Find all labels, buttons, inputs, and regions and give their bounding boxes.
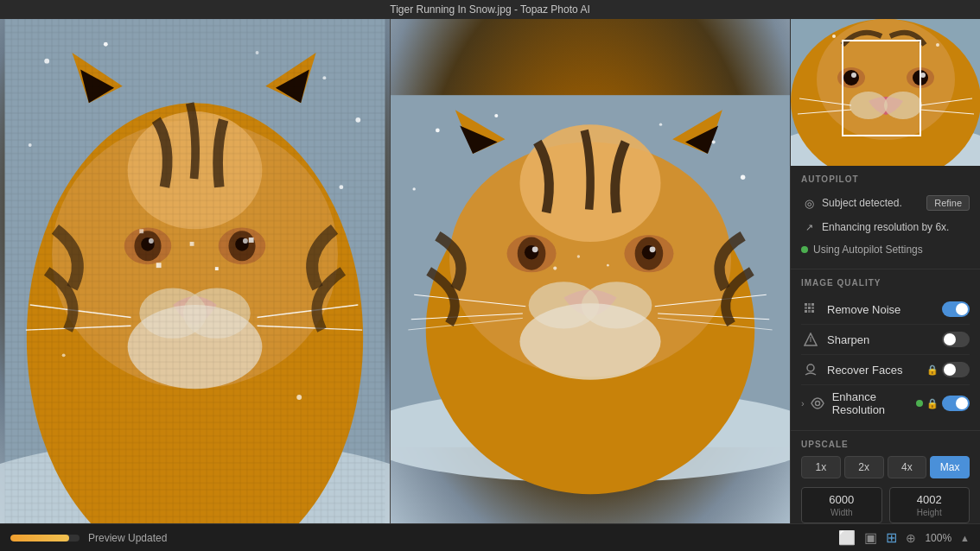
svg-point-27 bbox=[44, 59, 49, 64]
window-title: Tiger Running In Snow.jpg - Topaz Photo … bbox=[390, 3, 589, 16]
upscale-2x-button[interactable]: 2x bbox=[844, 456, 884, 478]
thumbnail-area bbox=[791, 19, 980, 166]
refine-button[interactable]: Refine bbox=[926, 195, 970, 211]
upscale-buttons-group: 1x 2x 4x Max bbox=[801, 456, 970, 478]
before-tiger-svg bbox=[0, 19, 390, 523]
autopilot-settings-text: Using Autopilot Settings bbox=[813, 244, 923, 256]
svg-rect-93 bbox=[808, 310, 811, 313]
svg-point-30 bbox=[256, 51, 259, 54]
title-bar: Tiger Running In Snow.jpg - Topaz Photo … bbox=[0, 0, 980, 19]
svg-point-62 bbox=[741, 175, 745, 180]
width-box: 6000 Width bbox=[801, 487, 882, 523]
thumbnail-svg bbox=[791, 19, 980, 166]
thumbnail-image bbox=[791, 19, 980, 166]
svg-point-97 bbox=[807, 364, 814, 371]
enhance-res-label: Enhance Resolution bbox=[832, 390, 916, 416]
remove-noise-toggle[interactable] bbox=[942, 301, 970, 317]
after-panel bbox=[391, 19, 790, 523]
enhance-res-icon bbox=[808, 394, 827, 413]
height-value: 4002 bbox=[897, 493, 963, 506]
before-panel bbox=[0, 19, 391, 523]
upscale-title: UPSCALE bbox=[801, 440, 970, 449]
upscale-1x-button[interactable]: 1x bbox=[801, 456, 841, 478]
recover-faces-label: Recover Faces bbox=[827, 364, 926, 377]
sharpen-slider bbox=[942, 332, 970, 347]
svg-point-66 bbox=[607, 264, 609, 267]
svg-rect-86 bbox=[805, 303, 807, 306]
image-quality-section: IMAGE QUALITY Remove Noise Sharpen bbox=[791, 269, 980, 431]
sidebar: AUTOPILOT ◎ Subject detected. Refine ↗ E… bbox=[790, 19, 980, 523]
after-tiger-svg bbox=[391, 19, 790, 523]
enhance-res-slider bbox=[942, 396, 970, 411]
recover-faces-toggle[interactable] bbox=[942, 362, 970, 377]
zoom-level: 100% bbox=[925, 532, 951, 544]
chevron-icon: › bbox=[801, 398, 805, 408]
enhance-resolution-row: › Enhance Resolution 🔒 bbox=[801, 385, 970, 421]
after-image bbox=[391, 19, 790, 523]
svg-point-31 bbox=[355, 117, 360, 123]
recover-faces-slider bbox=[942, 362, 970, 377]
progress-bar-container bbox=[10, 535, 80, 542]
svg-point-83 bbox=[832, 35, 836, 38]
enhance-res-lock-icon: 🔒 bbox=[926, 398, 939, 409]
svg-point-47 bbox=[532, 246, 538, 252]
autopilot-title: AUTOPILOT bbox=[801, 174, 970, 184]
autopilot-section: AUTOPILOT ◎ Subject detected. Refine ↗ E… bbox=[791, 166, 980, 269]
height-label: Height bbox=[897, 508, 963, 517]
enhance-res-dot bbox=[916, 400, 923, 407]
zoom-arrow-icon[interactable]: ▲ bbox=[960, 533, 970, 543]
enhance-icon: ↗ bbox=[801, 219, 817, 235]
svg-point-33 bbox=[339, 185, 343, 189]
remove-noise-slider bbox=[942, 301, 970, 317]
svg-point-75 bbox=[851, 73, 856, 78]
svg-point-34 bbox=[62, 353, 66, 357]
width-label: Width bbox=[809, 508, 875, 517]
svg-point-57 bbox=[519, 303, 660, 379]
dimensions-area: 6000 Width 4002 Height bbox=[801, 487, 970, 523]
svg-point-64 bbox=[553, 267, 557, 270]
subject-text: Subject detected. bbox=[822, 197, 926, 209]
zoom-icon: ⊕ bbox=[906, 531, 916, 545]
recover-faces-lock-icon: 🔒 bbox=[926, 364, 939, 376]
progress-bar-fill bbox=[10, 535, 69, 542]
height-box: 4002 Height bbox=[889, 487, 970, 523]
status-bar: Preview Updated ⬜ ▣ ⊞ ⊕ 100% ▲ bbox=[0, 523, 980, 551]
svg-point-48 bbox=[650, 246, 656, 252]
svg-rect-88 bbox=[811, 303, 814, 306]
enhance-res-toggle[interactable] bbox=[942, 396, 970, 411]
svg-rect-90 bbox=[808, 307, 811, 309]
recover-faces-row: Recover Faces 🔒 bbox=[801, 355, 970, 385]
sharpen-label: Sharpen bbox=[827, 333, 942, 346]
split-view-icon[interactable]: ▣ bbox=[864, 529, 877, 546]
recover-faces-icon bbox=[801, 360, 820, 379]
main-content: AUTOPILOT ◎ Subject detected. Refine ↗ E… bbox=[0, 19, 980, 523]
upscale-section: UPSCALE 1x 2x 4x Max 6000 Width 4002 Hei… bbox=[791, 431, 980, 523]
remove-noise-label: Remove Noise bbox=[827, 303, 942, 316]
svg-point-59 bbox=[712, 140, 716, 143]
svg-point-61 bbox=[659, 123, 662, 125]
status-icons: ⬜ ▣ ⊞ ⊕ 100% ▲ bbox=[838, 529, 970, 546]
svg-point-98 bbox=[815, 402, 819, 406]
svg-rect-91 bbox=[811, 307, 814, 309]
svg-point-73 bbox=[843, 70, 859, 86]
before-image bbox=[0, 19, 390, 523]
autopilot-settings-row: Using Autopilot Settings bbox=[801, 239, 970, 260]
svg-rect-92 bbox=[805, 310, 807, 313]
sharpen-row: Sharpen bbox=[801, 325, 970, 355]
width-value: 6000 bbox=[809, 493, 875, 506]
svg-point-35 bbox=[296, 395, 302, 400]
upscale-max-button[interactable]: Max bbox=[930, 456, 970, 478]
svg-point-84 bbox=[936, 43, 939, 47]
svg-point-29 bbox=[104, 42, 108, 47]
remove-noise-row: Remove Noise bbox=[801, 294, 970, 325]
upscale-4x-button[interactable]: 4x bbox=[888, 456, 927, 478]
svg-point-70 bbox=[817, 19, 955, 140]
window-view-icon[interactable]: ⬜ bbox=[838, 529, 856, 546]
remove-noise-icon bbox=[801, 300, 820, 319]
svg-point-78 bbox=[884, 92, 922, 119]
svg-point-77 bbox=[850, 92, 888, 119]
grid-view-icon[interactable]: ⊞ bbox=[886, 529, 897, 546]
sharpen-toggle[interactable] bbox=[942, 332, 970, 347]
sharpen-icon bbox=[801, 330, 820, 349]
svg-point-63 bbox=[412, 187, 415, 190]
